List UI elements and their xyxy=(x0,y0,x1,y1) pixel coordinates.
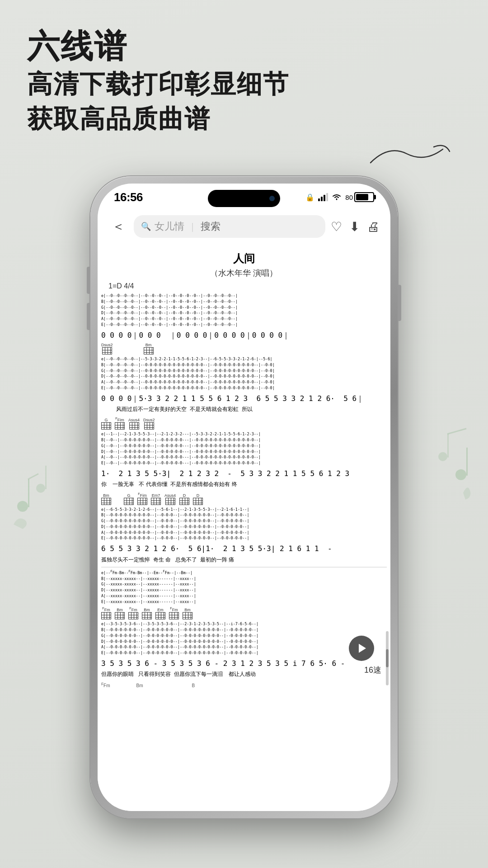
chord-diagrams-3: Bm G xyxy=(98,491,390,506)
battery-fill xyxy=(356,194,368,200)
svg-rect-3 xyxy=(45,466,47,489)
lyrics-row-bottom: 但愿你的眼睛 只看得到笑容 但愿你流下每一滴泪 都让人感动 xyxy=(98,670,390,680)
chord-diagrams-bottom: FFm Bm xyxy=(98,605,390,620)
status-time: 16:56 xyxy=(114,190,143,204)
dynamic-island xyxy=(208,190,280,207)
download-icon[interactable]: ⬇ xyxy=(349,219,360,234)
chord-bm-bot1: Bm xyxy=(115,608,125,619)
chord-em-bot: Em xyxy=(155,608,165,619)
print-icon[interactable]: 🖨 xyxy=(367,219,380,234)
battery-container: 80 xyxy=(345,192,374,202)
notation-row-4: 6 5 5 3 3 2 1 2 6· 5 6|1· 2 1 3 5 5·3| 2… xyxy=(98,542,390,556)
search-area: ＜ 🔍 女儿情 ｜ 搜索 ♡ ⬇ 🖨 xyxy=(98,212,390,241)
svg-point-10 xyxy=(336,199,338,200)
chord-fim: FFim xyxy=(115,416,125,429)
status-icons: 🔒 80 xyxy=(305,192,374,202)
battery-tip xyxy=(374,195,376,199)
tab-section-5: e|--FFm-Bm--FFm-Bm--|--Em--FFm--|--Bm--|… xyxy=(98,568,390,605)
chord-label-b: B xyxy=(192,683,195,688)
battery-number: 80 xyxy=(345,193,353,201)
chord-fim2: FFim xyxy=(137,492,147,505)
svg-line-4 xyxy=(28,474,38,479)
power-button xyxy=(398,285,401,321)
hero-section: 六线谱 高清下载打印彰显细节 获取高品质曲谱 xyxy=(27,27,461,136)
search-icon: 🔍 xyxy=(141,222,151,231)
chord-fim-bot1: FFm xyxy=(101,606,111,619)
hero-line3: 获取高品质曲谱 xyxy=(27,103,461,136)
svg-line-9 xyxy=(447,429,466,434)
chord-label-bm: Bm xyxy=(136,683,143,688)
score-key: 1=D 4/4 xyxy=(98,282,390,290)
tab-section-bottom: e|--3-5-3-5-3-6--|--3-5-3-5-3-6--|--2-3-… xyxy=(98,620,390,657)
search-box[interactable]: 🔍 女儿情 ｜ 搜索 xyxy=(134,215,325,238)
speed-label: 16速 xyxy=(364,665,381,675)
score-content: 人间 （水木年华 演唱） 1=D 4/4 e|--0--0--0--0--|--… xyxy=(98,242,390,811)
notation-row-1: 0 0 0 0｜0 0 0 ｜0 0 0 0｜0 0 0 0｜0 0 0 0｜ xyxy=(98,329,390,342)
scrollbar[interactable] xyxy=(386,631,389,685)
scrollbar-thumb xyxy=(386,649,389,667)
chord-bm2: Bm xyxy=(101,493,111,505)
tab-section-1: e|--0--0--0--0--|--0--0--0--|--0--0--0--… xyxy=(98,292,390,329)
chord-fim-bot2: FFm xyxy=(128,606,138,619)
play-icon xyxy=(359,644,366,653)
swirl-decoration xyxy=(361,140,452,169)
chord-em7: Em7 xyxy=(151,493,161,505)
chord-dsus2: Dsus2 xyxy=(101,343,113,354)
volume-up-button xyxy=(87,267,90,294)
play-button[interactable] xyxy=(349,636,374,661)
svg-point-5 xyxy=(455,469,466,480)
lock-indicator: 🔒 xyxy=(305,193,314,202)
volume-down-button xyxy=(87,303,90,330)
lyrics-row-3: 你 一脸无辜 不 代表你懂 不是所有感情都会有始有 终 xyxy=(98,480,390,491)
search-placeholder: 女儿情 xyxy=(155,220,184,233)
score-title: 人间 xyxy=(98,242,390,268)
svg-point-7 xyxy=(438,452,447,461)
chord-fim-bot3: FFm xyxy=(169,606,179,619)
chord-asus4-2: Asus4 xyxy=(164,493,176,505)
chord-asus4: Asus4 xyxy=(128,418,140,429)
chord-g: G xyxy=(101,418,111,429)
chord-label-fim: FFm xyxy=(101,682,110,688)
tab-section-2: e|--0--0--0--0--|--5-3-3-2-2-1-1-5-5-6-1… xyxy=(98,355,390,392)
lyrics-row-4: 孤独尽头不一定憔悴 奇生 命 总免不了 最初的一阵 痛 xyxy=(98,556,390,566)
wifi-icon xyxy=(332,193,342,201)
svg-rect-1 xyxy=(28,479,29,507)
signal-bar-3 xyxy=(324,195,325,201)
chord-dsus2-2: Dsus2 xyxy=(143,418,155,429)
chord-d: D xyxy=(179,493,189,505)
music-note-right xyxy=(425,384,479,522)
svg-rect-8 xyxy=(447,434,449,458)
chord-d2: D xyxy=(193,493,203,505)
chord-diagrams-1: Dsus2 Bm xyxy=(98,342,390,355)
action-icons: ♡ ⬇ 🖨 xyxy=(331,219,380,234)
hero-line2: 高清下载打印彰显细节 xyxy=(27,68,461,101)
section-divider xyxy=(101,567,387,567)
bottom-chord-names: FFm Bm B xyxy=(98,681,390,689)
signal-strength xyxy=(318,193,328,201)
favorite-icon[interactable]: ♡ xyxy=(331,219,342,234)
search-button-label[interactable]: 搜索 xyxy=(201,220,221,233)
chord-bm-bot2: Bm xyxy=(142,608,152,619)
hero-line1: 六线谱 xyxy=(27,27,461,66)
signal-bar-1 xyxy=(318,198,320,201)
lyrics-row-2: 风雨过后不一定有美好的天空 不是天晴就会有彩虹 所以 xyxy=(98,405,390,415)
chord-bm-bot3: Bm xyxy=(183,608,192,619)
chord-diagrams-2: G FFim xyxy=(98,415,390,430)
notation-row-bottom: 3 5 3 5 3 6 - 3 5 3 5 3 6 - 2 3 1 2 3 5 … xyxy=(98,657,390,670)
music-note-left xyxy=(9,407,63,544)
score-subtitle: （水木年华 演唱） xyxy=(98,268,390,278)
svg-point-0 xyxy=(17,501,28,512)
signal-bar-2 xyxy=(321,197,323,201)
battery-icon xyxy=(354,192,374,202)
svg-rect-6 xyxy=(466,448,468,476)
notation-row-2: 0 0 0 0｜5·3 3 2 2 1 1 5 5 6 1 2 3 6 5 5 … xyxy=(98,392,390,406)
notation-row-3: 1· 2 1 3 5 5·3| 2 1 2 3 2 - 5 3 3 2 2 1 … xyxy=(98,467,390,481)
svg-point-2 xyxy=(36,484,45,493)
tab-section-3: e|--1--|--2-1-3-5-5-3--|--2-1-2-3-2---|-… xyxy=(98,430,390,467)
search-divider: ｜ xyxy=(188,221,197,233)
signal-bar-4 xyxy=(326,193,328,201)
phone-screen: 16:56 🔒 80 xyxy=(98,184,390,811)
chord-g2: G xyxy=(124,493,134,505)
back-button[interactable]: ＜ xyxy=(108,216,128,237)
di-camera xyxy=(269,196,275,201)
